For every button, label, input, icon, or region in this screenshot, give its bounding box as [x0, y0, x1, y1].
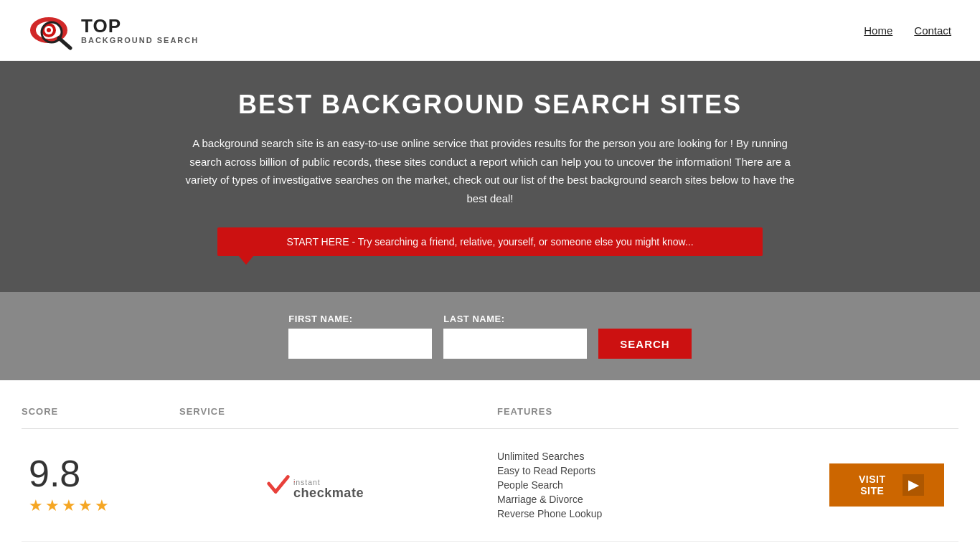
last-name-input[interactable]	[443, 329, 587, 359]
features-cell-1: Unlimited Searches Easy to Read Reports …	[497, 451, 815, 519]
logo-top-text: TOP	[81, 16, 199, 37]
svg-point-4	[47, 28, 51, 32]
svg-text:·: ·	[293, 477, 296, 486]
search-form: FIRST NAME: LAST NAME: SEARCH	[14, 314, 966, 359]
service-cell-1: instant checkmate ·	[179, 463, 497, 507]
search-section: FIRST NAME: LAST NAME: SEARCH	[0, 292, 980, 380]
nav-contact[interactable]: Contact	[914, 24, 951, 37]
table-header: SCORE SERVICE FEATURES	[22, 395, 958, 429]
table-row: 9.8 ★ ★ ★ ★ ★ instant checkmate ·	[22, 429, 958, 542]
last-name-label: LAST NAME:	[443, 314, 587, 324]
callout-bubble: START HERE - Try searching a friend, rel…	[217, 227, 763, 256]
star-2: ★	[45, 496, 60, 515]
feature-1-2: Easy to Read Reports	[497, 465, 815, 476]
visit-label-1: VISIT SITE	[849, 474, 895, 496]
hero-title: BEST BACKGROUND SEARCH SITES	[14, 90, 966, 120]
star-4: ★	[78, 496, 93, 515]
main-nav: Home Contact	[864, 24, 951, 37]
checkmate-logo: instant checkmate ·	[263, 463, 414, 507]
logo: TOP BACKGROUND SEARCH	[29, 11, 199, 50]
col-service: SERVICE	[179, 406, 497, 417]
visit-cell-1: VISIT SITE ▶	[815, 463, 958, 507]
search-button[interactable]: SEARCH	[598, 329, 691, 359]
logo-icon	[29, 11, 75, 50]
callout-text: START HERE - Try searching a friend, rel…	[286, 236, 693, 248]
feature-1-3: People Search	[497, 479, 815, 491]
results-section: SCORE SERVICE FEATURES 9.8 ★ ★ ★ ★ ★ ins…	[0, 395, 980, 551]
first-name-field: FIRST NAME:	[288, 314, 432, 359]
stars-1: ★ ★ ★ ★ ★	[29, 496, 109, 515]
score-value-1: 9.8	[29, 455, 80, 492]
site-header: TOP BACKGROUND SEARCH Home Contact	[0, 0, 980, 61]
col-score: SCORE	[22, 406, 179, 417]
last-name-field: LAST NAME:	[443, 314, 587, 359]
star-1: ★	[29, 496, 43, 515]
svg-line-5	[59, 38, 70, 48]
table-row: 9.4 ★ ★ ★ ★ ★ PeopleLOOker Accurate and …	[22, 542, 958, 551]
logo-sub-text: BACKGROUND SEARCH	[81, 36, 199, 44]
visit-button-1[interactable]: VISIT SITE ▶	[829, 463, 944, 507]
first-name-input[interactable]	[288, 329, 432, 359]
col-features: FEATURES	[497, 406, 815, 417]
svg-text:checkmate: checkmate	[293, 486, 364, 500]
feature-1-1: Unlimited Searches	[497, 451, 815, 462]
nav-home[interactable]: Home	[864, 24, 892, 37]
first-name-label: FIRST NAME:	[288, 314, 432, 324]
svg-text:instant: instant	[293, 478, 321, 486]
feature-1-5: Reverse Phone Lookup	[497, 508, 815, 519]
hero-description: A background search site is an easy-to-u…	[182, 134, 798, 207]
score-cell-1: 9.8 ★ ★ ★ ★ ★	[22, 455, 179, 515]
col-action	[815, 406, 958, 417]
star-3: ★	[62, 496, 76, 515]
feature-1-4: Marriage & Divorce	[497, 494, 815, 505]
hero-section: BEST BACKGROUND SEARCH SITES A backgroun…	[0, 61, 980, 292]
logo-text: TOP BACKGROUND SEARCH	[81, 16, 199, 45]
visit-arrow-1: ▶	[903, 474, 925, 496]
star-5: ★	[95, 496, 109, 515]
